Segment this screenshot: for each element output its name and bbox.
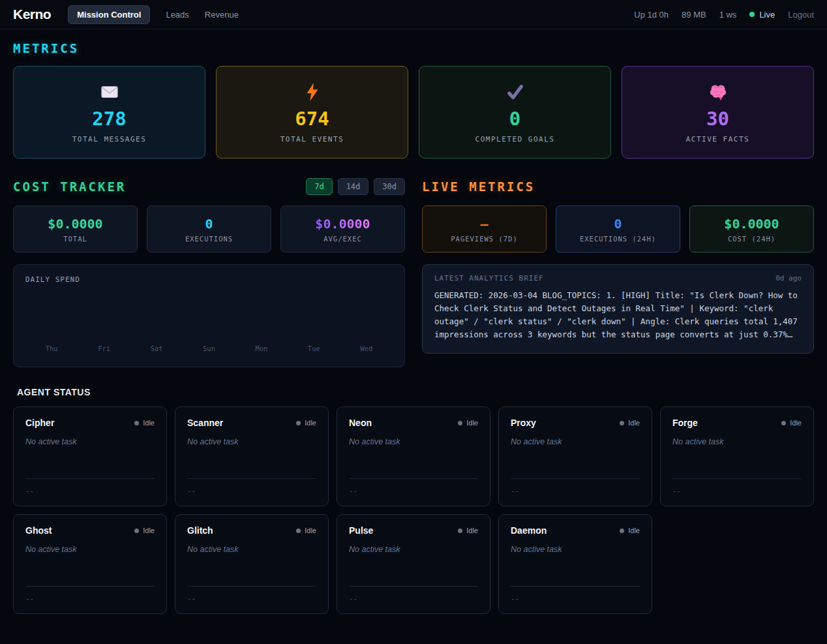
metric-value: 674 — [295, 108, 329, 130]
tab-revenue[interactable]: Revenue — [205, 10, 239, 20]
metric-label: COMPLETED GOALS — [475, 135, 555, 144]
metric-value: 0 — [509, 108, 520, 130]
agent-status-label: Idle — [466, 419, 478, 427]
stat-label: COST (24H) — [728, 235, 775, 243]
divider — [511, 586, 640, 587]
agent-card-forge: Forge Idle No active task -- — [660, 406, 814, 506]
live-metrics-title: LIVE METRICS — [422, 179, 535, 194]
agent-card-ghost: Ghost Idle No active task -- — [13, 514, 167, 614]
metric-label: TOTAL MESSAGES — [72, 135, 147, 144]
stat-card-total-cost: $0.0000 TOTAL — [13, 206, 138, 253]
analytics-brief-panel: LATEST ANALYTICS BRIEF 0d ago GENERATED:… — [422, 264, 814, 354]
metrics-grid: 278 TOTAL MESSAGES 674 TOTAL EVENTS 0 CO… — [13, 66, 814, 159]
stat-label: EXECUTIONS — [185, 235, 233, 243]
memory-indicator: 89 MB — [682, 10, 706, 20]
agent-meta: -- — [25, 594, 155, 603]
agent-name: Ghost — [25, 525, 52, 536]
metric-label: TOTAL EVENTS — [280, 135, 344, 144]
agent-task: No active task — [187, 545, 316, 554]
tab-mission-control[interactable]: Mission Control — [68, 5, 150, 24]
brain-icon — [708, 82, 728, 102]
live-dot-icon — [749, 12, 755, 17]
chart-title: DAILY SPEND — [25, 275, 393, 284]
agent-task: No active task — [25, 437, 155, 446]
agent-grid: Cipher Idle No active task -- Scanner Id… — [13, 406, 814, 614]
stat-value: – — [480, 216, 488, 232]
agent-status-label: Idle — [628, 527, 640, 534]
idle-dot-icon — [620, 421, 624, 425]
agent-status-label: Idle — [628, 419, 640, 427]
stat-value: 0 — [205, 216, 213, 232]
stat-card-executions-24h: 0 EXECUTIONS (24H) — [556, 206, 680, 253]
stat-value: 0 — [614, 216, 622, 232]
divider — [25, 478, 155, 479]
axis-tick: Sat — [151, 345, 163, 352]
uptime-indicator: Up 1d 0h — [634, 10, 669, 20]
websocket-indicator: 1 ws — [719, 10, 737, 20]
idle-dot-icon — [781, 421, 786, 425]
envelope-icon — [100, 82, 119, 102]
agent-status-label: Idle — [305, 419, 316, 427]
divider — [511, 478, 640, 479]
range-button-14d[interactable]: 14d — [338, 178, 369, 195]
axis-tick: Thu — [46, 345, 58, 352]
brief-title: LATEST ANALYTICS BRIEF — [434, 274, 544, 283]
live-metrics-section: LIVE METRICS – PAGEVIEWS (7D) 0 EXECUTIO… — [422, 177, 814, 367]
axis-tick: Sun — [203, 345, 215, 352]
idle-dot-icon — [458, 421, 462, 425]
agent-status-label: Idle — [143, 527, 155, 534]
idle-dot-icon — [620, 529, 624, 533]
agent-meta: -- — [349, 487, 478, 495]
range-selector: 7d 14d 30d — [306, 178, 405, 195]
stat-label: EXECUTIONS (24H) — [580, 235, 656, 243]
stat-value: $0.0000 — [48, 216, 102, 232]
agent-task: No active task — [25, 545, 155, 554]
agent-card-daemon: Daemon Idle No active task -- — [498, 514, 652, 614]
divider — [349, 586, 478, 587]
cost-tracker-section: COST TRACKER 7d 14d 30d $0.0000 TOTAL 0 … — [13, 177, 405, 367]
stat-card-avg-exec: $0.0000 AVG/EXEC — [280, 206, 405, 253]
axis-tick: Wed — [360, 345, 372, 352]
idle-dot-icon — [134, 529, 139, 533]
agent-name: Glitch — [187, 525, 213, 536]
app-logo: Kerno — [13, 7, 51, 22]
agent-task: No active task — [672, 437, 802, 446]
agent-name: Forge — [672, 418, 698, 428]
logout-button[interactable]: Logout — [788, 10, 814, 20]
metric-card-total-events: 674 TOTAL EVENTS — [216, 66, 408, 159]
tab-leads[interactable]: Leads — [166, 10, 188, 20]
metric-card-total-messages: 278 TOTAL MESSAGES — [13, 66, 205, 159]
agent-card-neon: Neon Idle No active task -- — [337, 406, 490, 506]
range-button-7d[interactable]: 7d — [306, 178, 332, 195]
agent-meta: -- — [672, 487, 802, 495]
divider — [349, 478, 478, 479]
stat-label: TOTAL — [63, 235, 87, 243]
cost-tracker-title: COST TRACKER — [13, 179, 126, 194]
daily-spend-chart: DAILY SPEND Thu Fri Sat Sun Mon Tue Wed — [13, 264, 405, 367]
agent-meta: -- — [25, 487, 155, 495]
lightning-bolt-icon — [304, 82, 321, 102]
agent-task: No active task — [511, 437, 640, 446]
agent-status-label: Idle — [790, 419, 802, 427]
live-status: Live — [749, 10, 775, 20]
metrics-section-title: METRICS — [13, 41, 814, 55]
stat-card-pageviews-7d: – PAGEVIEWS (7D) — [422, 206, 547, 253]
live-label: Live — [759, 10, 775, 20]
agent-status-label: Idle — [305, 527, 316, 534]
idle-dot-icon — [296, 421, 301, 425]
divider — [25, 586, 155, 587]
agent-name: Proxy — [511, 418, 536, 428]
range-button-30d[interactable]: 30d — [374, 178, 405, 195]
agent-status-section: AGENT STATUS Cipher Idle No active task … — [13, 387, 814, 614]
agent-card-glitch: Glitch Idle No active task -- — [175, 514, 329, 614]
axis-tick: Mon — [255, 345, 267, 352]
divider — [187, 586, 316, 587]
stat-card-executions: 0 EXECUTIONS — [147, 206, 271, 253]
idle-dot-icon — [134, 421, 139, 425]
metric-card-completed-goals: 0 COMPLETED GOALS — [419, 66, 611, 159]
top-bar: Kerno Mission Control Leads Revenue Up 1… — [0, 0, 827, 29]
main-nav: Mission Control Leads Revenue — [68, 5, 239, 24]
brief-age: 0d ago — [775, 274, 802, 283]
agent-task: No active task — [187, 437, 316, 446]
agent-task: No active task — [349, 437, 478, 446]
